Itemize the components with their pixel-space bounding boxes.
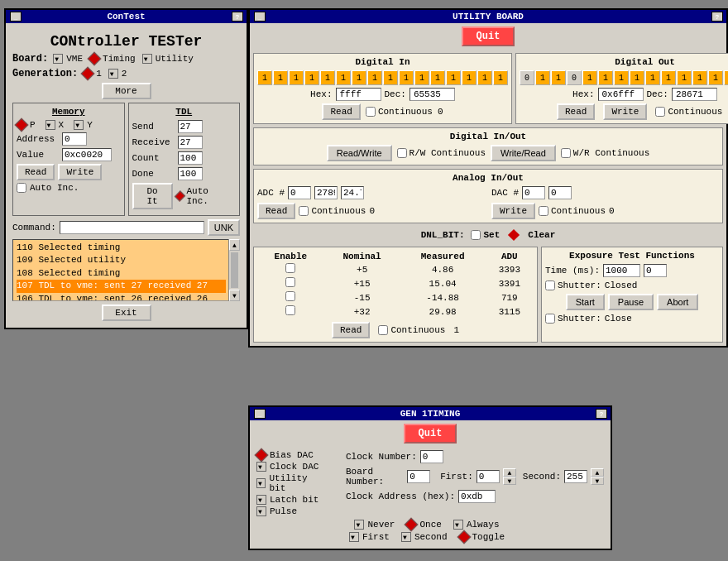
start-button[interactable]: Start bbox=[566, 294, 605, 310]
exit-button[interactable]: Exit bbox=[102, 304, 151, 321]
dac-continuous-checkbox[interactable] bbox=[539, 206, 548, 216]
bit-btn[interactable]: 1 bbox=[598, 70, 613, 85]
dnl-set-checkbox[interactable] bbox=[471, 230, 481, 240]
rw-continuous-checkbox[interactable] bbox=[397, 148, 407, 158]
second-down-btn[interactable]: ▼ bbox=[591, 477, 604, 485]
help-btn[interactable]: ? bbox=[232, 12, 243, 22]
digital-out-hex-input[interactable] bbox=[598, 88, 644, 101]
exposure-time-input[interactable] bbox=[603, 264, 640, 277]
bit-btn[interactable]: 1 bbox=[582, 70, 597, 85]
utility-help-btn[interactable]: ? bbox=[711, 12, 723, 22]
memory-write-button[interactable]: Write bbox=[58, 164, 102, 180]
shutter1-checkbox[interactable] bbox=[545, 280, 555, 290]
clock-address-input[interactable] bbox=[458, 490, 496, 503]
adc-channel-input[interactable] bbox=[288, 186, 311, 199]
board-vme-option[interactable]: VME bbox=[53, 54, 83, 64]
bit-btn[interactable]: 1 bbox=[289, 70, 304, 85]
power-continuous-checkbox[interactable] bbox=[378, 325, 388, 335]
power-enable-checkbox[interactable] bbox=[285, 305, 295, 315]
bit-btn[interactable]: 1 bbox=[535, 70, 550, 85]
address-input[interactable] bbox=[62, 132, 87, 146]
gen1-option[interactable]: 1 bbox=[83, 69, 102, 79]
clock-dac-option[interactable]: Clock DAC bbox=[256, 462, 326, 472]
bit-btn[interactable]: 1 bbox=[430, 70, 445, 85]
second-up-btn[interactable]: ▲ bbox=[591, 468, 604, 477]
bit-btn[interactable]: 1 bbox=[336, 70, 351, 85]
bit-btn[interactable]: 1 bbox=[724, 70, 728, 85]
write-read-button[interactable]: Write/Read bbox=[491, 145, 556, 161]
bit-btn[interactable]: 1 bbox=[304, 70, 319, 85]
dac-value-input[interactable] bbox=[548, 186, 572, 199]
memory-autoinc-checkbox[interactable] bbox=[17, 183, 26, 193]
never-option[interactable]: Never bbox=[354, 520, 395, 530]
bit-btn[interactable]: 1 bbox=[645, 70, 660, 85]
exposure-time2-input[interactable] bbox=[644, 264, 667, 277]
shutter2-checkbox[interactable] bbox=[545, 314, 555, 324]
bit-btn[interactable]: 1 bbox=[493, 70, 508, 85]
second-input[interactable] bbox=[564, 470, 587, 483]
abort-button[interactable]: Abort bbox=[657, 294, 698, 310]
gen2-option[interactable]: 2 bbox=[108, 69, 127, 79]
utility-minimize-btn[interactable]: _ bbox=[254, 12, 266, 22]
bit-btn[interactable]: 1 bbox=[630, 70, 644, 85]
receive-input[interactable] bbox=[178, 136, 203, 149]
board-utility-option[interactable]: Utility bbox=[142, 54, 194, 64]
memory-read-button[interactable]: Read bbox=[17, 164, 55, 180]
read-write-button[interactable]: Read/Write bbox=[327, 145, 392, 161]
digital-out-dec-input[interactable] bbox=[672, 88, 717, 101]
digital-in-continuous-checkbox[interactable] bbox=[366, 107, 376, 117]
adc-read-button[interactable]: Read bbox=[257, 203, 295, 219]
bit-btn[interactable]: 1 bbox=[692, 70, 707, 85]
scroll-up-btn[interactable]: ▲ bbox=[229, 239, 240, 251]
bit-btn[interactable]: 1 bbox=[661, 70, 676, 85]
bit-btn[interactable]: 1 bbox=[462, 70, 477, 85]
gen1-quit-button[interactable]: Quit bbox=[404, 424, 457, 444]
digital-out-read-button[interactable]: Read bbox=[557, 103, 595, 120]
digital-in-read-button[interactable]: Read bbox=[322, 103, 360, 120]
bit-btn[interactable]: 1 bbox=[352, 70, 366, 85]
bit-btn[interactable]: 1 bbox=[446, 70, 461, 85]
command-input[interactable] bbox=[60, 221, 204, 234]
first-down-btn[interactable]: ▼ bbox=[503, 477, 516, 485]
first-up-btn[interactable]: ▲ bbox=[503, 468, 516, 477]
once-option[interactable]: Once bbox=[406, 520, 441, 530]
more-button[interactable]: More bbox=[102, 83, 151, 99]
dac-channel-input[interactable] bbox=[522, 186, 545, 199]
gen1-minimize-btn[interactable]: _ bbox=[254, 409, 266, 419]
bias-dac-option[interactable]: Bias DAC bbox=[256, 450, 326, 460]
always-option[interactable]: Always bbox=[453, 520, 500, 530]
done-input[interactable] bbox=[178, 167, 203, 180]
send-input[interactable] bbox=[178, 120, 203, 133]
utility-quit-button[interactable]: Quit bbox=[462, 26, 515, 46]
bit-btn[interactable]: 1 bbox=[367, 70, 382, 85]
doit-button[interactable]: Do It bbox=[132, 183, 173, 209]
unk-button[interactable]: UNK bbox=[208, 219, 240, 236]
memory-y-option[interactable]: Y bbox=[74, 120, 93, 130]
power-enable-checkbox[interactable] bbox=[285, 291, 295, 301]
bit-btn[interactable]: 1 bbox=[677, 70, 692, 85]
digital-in-dec-input[interactable] bbox=[410, 88, 455, 101]
dac-write-button[interactable]: Write bbox=[491, 203, 535, 219]
board-timing-option[interactable]: Timing bbox=[89, 54, 136, 64]
pause-button[interactable]: Pause bbox=[608, 294, 654, 310]
power-read-button[interactable]: Read bbox=[332, 322, 370, 338]
bit-btn[interactable]: 1 bbox=[708, 70, 723, 85]
bit-btn[interactable]: 1 bbox=[614, 70, 629, 85]
value-input[interactable] bbox=[62, 148, 112, 161]
gen1-help-btn[interactable]: ? bbox=[596, 409, 607, 419]
minimize-btn[interactable]: _ bbox=[10, 12, 22, 22]
bit-btn[interactable]: 1 bbox=[551, 70, 566, 85]
bit-btn[interactable]: 1 bbox=[273, 70, 288, 85]
bit-btn[interactable]: 0 bbox=[520, 70, 534, 85]
first-input[interactable] bbox=[477, 470, 500, 483]
power-enable-checkbox[interactable] bbox=[285, 277, 295, 287]
digital-out-continuous-checkbox[interactable] bbox=[655, 107, 665, 117]
bit-btn[interactable]: 0 bbox=[567, 70, 582, 85]
toggle-option[interactable]: Toggle bbox=[459, 532, 505, 542]
log-scrollbar[interactable]: ▲ ▼ bbox=[228, 239, 240, 301]
tdl-autoinc-option[interactable]: Auto Inc. bbox=[176, 186, 230, 206]
second-spinner[interactable]: ▲ ▼ bbox=[591, 468, 604, 485]
bit-btn[interactable]: 1 bbox=[320, 70, 335, 85]
first-btn-option[interactable]: First bbox=[349, 532, 390, 542]
board-number-input[interactable] bbox=[407, 470, 430, 483]
